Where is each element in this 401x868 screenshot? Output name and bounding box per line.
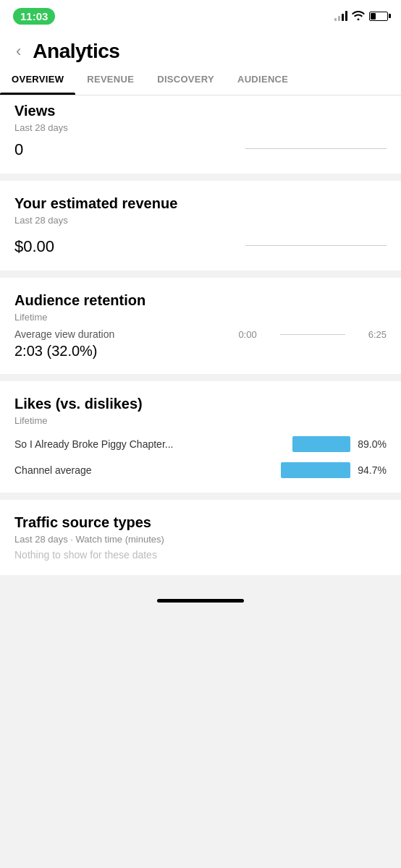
traffic-source-section: Traffic source types Last 28 days · Watc…	[0, 500, 401, 575]
tab-audience[interactable]: AUDIENCE	[226, 64, 300, 95]
header: ‹ Analytics	[0, 32, 401, 64]
home-indicator	[0, 582, 401, 618]
back-button[interactable]: ‹	[13, 39, 24, 64]
retention-time-start: 0:00	[238, 329, 256, 340]
views-title: Views	[14, 103, 387, 119]
estimated-revenue-section: Your estimated revenue Last 28 days $0.0…	[0, 181, 401, 271]
retention-time-end: 6:25	[368, 329, 387, 340]
likes-bar-container-1: 89.0%	[292, 436, 387, 452]
likes-subtitle: Lifetime	[14, 415, 387, 426]
likes-section: Likes (vs. dislikes) Lifetime So I Alrea…	[0, 381, 401, 493]
tabs-bar: OVERVIEW REVENUE DISCOVERY AUDIENCE	[0, 64, 401, 95]
tab-revenue[interactable]: REVENUE	[75, 64, 145, 95]
signal-icon	[334, 11, 347, 21]
traffic-subtitle: Last 28 days · Watch time (minutes)	[14, 534, 387, 545]
revenue-value: $0.00	[14, 237, 54, 256]
home-bar	[157, 599, 244, 603]
retention-title: Audience retention	[14, 292, 387, 309]
status-time: 11:03	[13, 8, 55, 25]
audience-retention-section: Audience retention Lifetime Average view…	[0, 278, 401, 374]
traffic-empty-message: Nothing to show for these dates	[14, 549, 387, 561]
wifi-icon	[352, 10, 365, 22]
tab-overview[interactable]: OVERVIEW	[0, 64, 75, 95]
likes-percent-1: 89.0%	[356, 438, 387, 450]
likes-item-1: So I Already Broke Piggy Chapter... 89.0…	[14, 436, 387, 452]
status-icons	[334, 10, 388, 22]
likes-label-1: So I Already Broke Piggy Chapter...	[14, 438, 285, 450]
status-bar: 11:03	[0, 0, 401, 32]
likes-bar-1	[292, 436, 350, 452]
tab-discovery[interactable]: DISCOVERY	[145, 64, 226, 95]
traffic-title: Traffic source types	[14, 514, 387, 531]
likes-bar-2	[281, 462, 350, 478]
page-title: Analytics	[33, 40, 119, 63]
views-value: 0	[14, 140, 23, 159]
retention-value: 2:03 (32.0%)	[14, 343, 387, 359]
likes-label-2: Channel average	[14, 464, 274, 476]
likes-item-2: Channel average 94.7%	[14, 462, 387, 478]
battery-icon	[369, 12, 388, 21]
likes-bar-container-2: 94.7%	[281, 462, 387, 478]
revenue-subtitle: Last 28 days	[14, 215, 177, 226]
views-section: Views Last 28 days 0	[0, 95, 401, 174]
views-subtitle: Last 28 days	[14, 122, 387, 133]
retention-subtitle: Lifetime	[14, 312, 387, 323]
likes-title: Likes (vs. dislikes)	[14, 396, 387, 412]
revenue-title: Your estimated revenue	[14, 195, 177, 212]
likes-percent-2: 94.7%	[356, 464, 387, 476]
retention-row-label: Average view duration	[14, 328, 114, 340]
